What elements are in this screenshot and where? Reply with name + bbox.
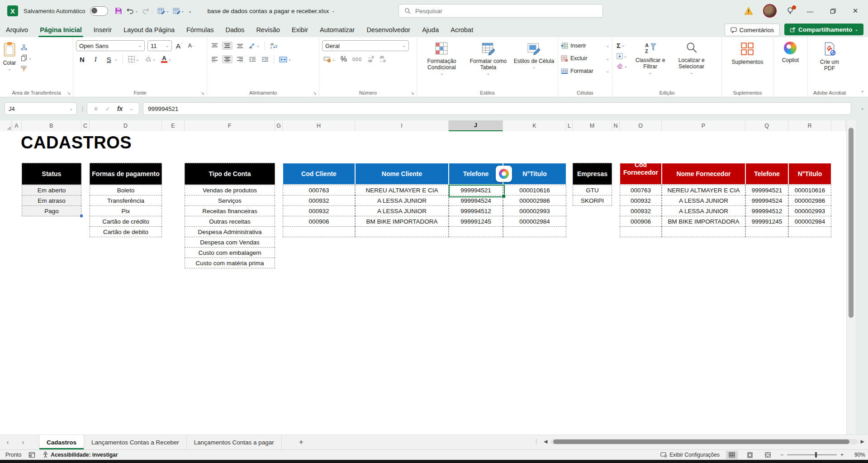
dialog-launcher-icon[interactable]: ↘ bbox=[67, 91, 71, 95]
ribbon-tab-ajuda[interactable]: Ajuda bbox=[416, 24, 445, 37]
table-suppliers-cell-r0c2[interactable]: 999994521 bbox=[745, 185, 788, 196]
warning-icon[interactable] bbox=[744, 7, 753, 15]
format-cells-button[interactable]: Formatar⌄ bbox=[561, 65, 609, 77]
close-button[interactable]: ✕ bbox=[849, 7, 862, 15]
formula-bar-grip[interactable]: ⋮ bbox=[80, 102, 85, 115]
fill-color-button[interactable]: ⌄ bbox=[143, 55, 157, 64]
save-button[interactable] bbox=[114, 7, 123, 15]
formula-input[interactable]: 999994521 bbox=[143, 102, 851, 115]
align-middle-button[interactable] bbox=[222, 42, 232, 50]
add-sheet-button[interactable]: + bbox=[299, 438, 304, 447]
column-header-E[interactable]: E bbox=[162, 120, 185, 131]
wrap-text-button[interactable]: abc bbox=[269, 42, 279, 50]
column-header-M[interactable]: M bbox=[573, 120, 612, 131]
table-payment-cell[interactable]: Boleto bbox=[90, 185, 162, 196]
table-account_type-cell[interactable]: Custo com embalagem bbox=[185, 247, 275, 258]
table-companies-cell[interactable]: GTU bbox=[573, 185, 612, 196]
ribbon-tab-dados[interactable]: Dados bbox=[219, 24, 250, 37]
table-suppliers-cell-r1c0[interactable]: 000932 bbox=[620, 195, 662, 206]
table-suppliers-cell-r3c0[interactable]: 000906 bbox=[620, 216, 662, 227]
ribbon-tab-acrobat[interactable]: Acrobat bbox=[445, 24, 479, 37]
sheet-tab-lançamentos-contas-a-pagar[interactable]: Lançamentos Contas a pagar bbox=[187, 435, 282, 449]
find-select-button[interactable]: Localizar e Selecionar ⌄ bbox=[672, 40, 711, 89]
align-top-button[interactable] bbox=[210, 42, 219, 49]
quick-access-overflow-button[interactable]: ⌄ bbox=[188, 8, 192, 14]
scrollbar-grip[interactable]: ⋮ bbox=[533, 438, 539, 445]
table-suppliers-cell-r3c2[interactable]: 999991245 bbox=[745, 216, 788, 227]
font-name-select[interactable]: Open Sans⌄ bbox=[76, 40, 145, 51]
table-suppliers-cell-r4c0[interactable] bbox=[620, 226, 662, 237]
copilot-cell-badge[interactable] bbox=[496, 166, 512, 182]
sheet-canvas[interactable]: CADASTROS StatusEm abertoEm atrasoPagoFo… bbox=[0, 131, 856, 434]
quick-access-button-2[interactable]: ⌄ bbox=[173, 7, 185, 15]
name-box[interactable]: J4⌄ bbox=[5, 102, 77, 115]
table-clients-cell-r0c1[interactable]: NEREU ALTMAYER E CIA bbox=[355, 185, 449, 196]
column-header-R[interactable]: R bbox=[788, 120, 831, 131]
conditional-formatting-button[interactable]: Formatação Condicional ⌄ bbox=[420, 40, 464, 89]
autosave-toggle[interactable] bbox=[90, 6, 108, 16]
paste-button[interactable]: Colar ⌄ bbox=[3, 40, 16, 89]
column-header-D[interactable]: D bbox=[90, 120, 162, 131]
avatar[interactable] bbox=[763, 4, 777, 18]
table-clients-cell-r1c1[interactable]: A LESSA JUNIOR bbox=[355, 195, 449, 206]
table-payment-cell[interactable]: Cartão de crédito bbox=[90, 216, 162, 227]
table-account_type-cell[interactable]: Custo com matéria prima bbox=[185, 258, 275, 268]
scroll-left-button[interactable]: ◀ bbox=[544, 439, 547, 444]
search-input[interactable]: Pesquisar bbox=[398, 4, 603, 18]
align-center-button[interactable] bbox=[222, 55, 232, 63]
column-header-N[interactable]: N bbox=[612, 120, 620, 131]
fill-button[interactable]: ⌄ bbox=[615, 52, 629, 60]
clear-button[interactable]: ⌄ bbox=[615, 62, 629, 70]
table-suppliers-cell-r0c0[interactable]: 000763 bbox=[620, 185, 662, 196]
format-as-table-button[interactable]: Formatar como Tabela ⌄ bbox=[466, 40, 510, 89]
quick-access-button-1[interactable]: ⌄ bbox=[157, 7, 169, 15]
table-clients-cell-r4c3[interactable] bbox=[503, 226, 566, 237]
table-account_type-cell[interactable]: Outras receitas bbox=[185, 216, 275, 227]
column-header-H[interactable]: H bbox=[283, 120, 355, 131]
table-clients-cell-r2c2[interactable]: 999994512 bbox=[449, 205, 503, 216]
table-payment-cell[interactable]: Transferência bbox=[90, 195, 162, 206]
table-suppliers-cell-r2c2[interactable]: 999994512 bbox=[745, 205, 788, 216]
table-account_type-cell[interactable]: Receitas financeiras bbox=[185, 205, 275, 216]
share-button[interactable]: Compartilhamento ⌄ bbox=[784, 24, 863, 35]
fill-handle[interactable] bbox=[502, 194, 506, 198]
table-suppliers-cell-r3c3[interactable]: 000002984 bbox=[788, 216, 831, 227]
table-suppliers-cell-r4c3[interactable] bbox=[788, 226, 831, 237]
decrease-font-button[interactable]: Aˇ bbox=[187, 42, 195, 50]
column-header-A[interactable]: A bbox=[12, 120, 22, 131]
column-header-J[interactable]: J bbox=[449, 120, 503, 131]
column-header-B[interactable]: B bbox=[22, 120, 81, 131]
ribbon-tab-fórmulas[interactable]: Fórmulas bbox=[180, 24, 219, 37]
scroll-right-button[interactable]: ▶ bbox=[861, 439, 864, 444]
dialog-launcher-icon[interactable]: ↘ bbox=[201, 91, 204, 95]
table-clients-cell-r3c1[interactable]: BM BIKE IMPORTADORA bbox=[355, 216, 449, 227]
number-format-select[interactable]: Geral⌄ bbox=[322, 40, 409, 51]
zoom-out-button[interactable]: − bbox=[780, 452, 783, 458]
align-left-button[interactable] bbox=[210, 56, 219, 63]
column-header-L[interactable]: L bbox=[566, 120, 573, 131]
select-all-corner[interactable] bbox=[0, 120, 12, 131]
table-clients-cell-r2c1[interactable]: A LESSA JUNIOR bbox=[355, 205, 449, 216]
page-layout-view-button[interactable] bbox=[744, 451, 756, 459]
expand-formula-bar-button[interactable]: ⌄ bbox=[861, 105, 864, 110]
table-payment-cell[interactable]: Cartão de debito bbox=[90, 226, 162, 237]
lightbulb-icon[interactable] bbox=[787, 7, 794, 15]
table-clients-cell-r4c2[interactable] bbox=[449, 226, 503, 237]
page-break-view-button[interactable] bbox=[762, 451, 774, 459]
table-account_type-cell[interactable]: Vendas de produtos bbox=[185, 185, 275, 196]
table-status-cell[interactable]: Em aberto bbox=[22, 185, 81, 196]
sheet-nav-right-button[interactable]: › bbox=[15, 439, 31, 446]
table-suppliers-cell-r1c3[interactable]: 000002986 bbox=[788, 195, 831, 206]
zoom-level[interactable]: 90% bbox=[850, 452, 865, 458]
dialog-launcher-icon[interactable]: ↘ bbox=[411, 91, 414, 95]
table-suppliers-cell-r0c3[interactable]: 000010616 bbox=[788, 185, 831, 196]
sheet-tab-lançamentos-contas-a-receber[interactable]: Lançamentos Contas a Receber bbox=[84, 435, 187, 449]
table-account_type-cell[interactable]: Despesa Administrativa bbox=[185, 226, 275, 237]
cut-button[interactable] bbox=[19, 43, 33, 52]
increase-font-button[interactable]: Aˆ bbox=[175, 41, 184, 51]
autosum-button[interactable]: Σ⌄ bbox=[615, 41, 629, 50]
table-clients-cell-r0c0[interactable]: 000763 bbox=[283, 185, 355, 196]
addins-button[interactable]: Suplementos bbox=[731, 40, 763, 89]
zoom-slider[interactable]: − + bbox=[780, 452, 844, 458]
column-header-extra[interactable] bbox=[831, 120, 846, 131]
